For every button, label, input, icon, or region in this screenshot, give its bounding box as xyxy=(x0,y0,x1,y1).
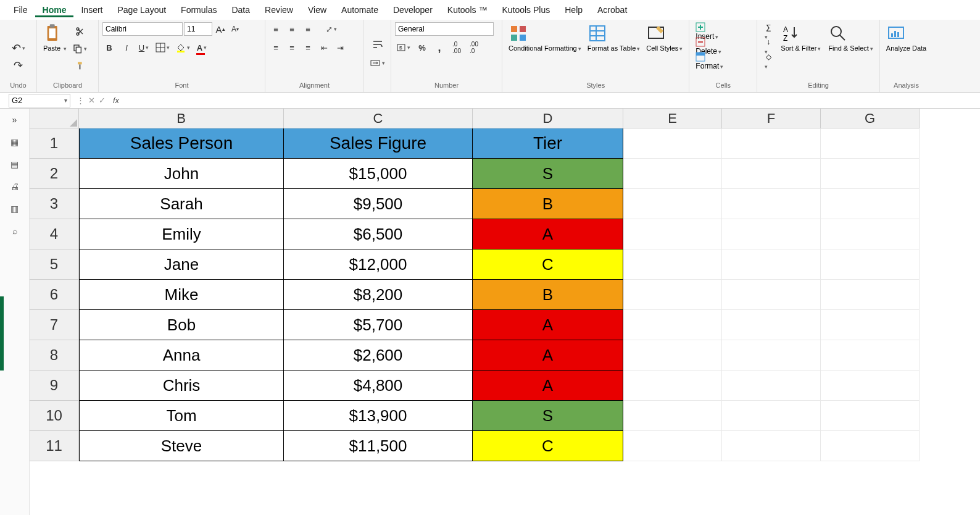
select-all-corner[interactable] xyxy=(30,109,79,128)
cell[interactable] xyxy=(722,371,821,401)
cell[interactable] xyxy=(623,310,722,340)
menu-tab-kutools-plus[interactable]: Kutools Plus xyxy=(494,2,557,17)
cell[interactable] xyxy=(722,249,821,280)
cell[interactable]: Tier xyxy=(473,128,623,159)
column-header[interactable]: E xyxy=(623,109,722,128)
increase-font-button[interactable]: A▴ xyxy=(214,22,227,36)
cell[interactable] xyxy=(821,249,920,280)
row-header[interactable]: 4 xyxy=(30,219,79,249)
cell[interactable]: Mike xyxy=(79,280,284,310)
cell[interactable] xyxy=(722,189,821,219)
format-as-table-button[interactable]: Format as Table▾ xyxy=(585,22,643,54)
delete-cells-button[interactable]: Delete▾ xyxy=(693,37,753,51)
italic-button[interactable]: I xyxy=(120,41,133,54)
analyze-data-button[interactable]: Analyze Data xyxy=(884,22,929,54)
menu-tab-automate[interactable]: Automate xyxy=(334,2,386,17)
cancel-formula-icon[interactable]: ✕ xyxy=(88,96,95,105)
font-color-button[interactable]: A▾ xyxy=(195,41,209,54)
cell[interactable]: $12,000 xyxy=(284,249,473,280)
cell[interactable] xyxy=(821,371,920,401)
cell[interactable] xyxy=(623,128,722,159)
cell[interactable]: S xyxy=(473,401,623,431)
cell[interactable]: Tom xyxy=(79,401,284,431)
menu-tab-review[interactable]: Review xyxy=(257,2,301,17)
cell[interactable] xyxy=(623,371,722,401)
cell[interactable]: $8,200 xyxy=(284,280,473,310)
side-layout-icon[interactable]: ▤ xyxy=(9,158,21,170)
cell[interactable]: B xyxy=(473,280,623,310)
merge-button[interactable]: ▾ xyxy=(368,56,386,70)
cut-button[interactable] xyxy=(73,25,87,38)
row-header[interactable]: 8 xyxy=(30,340,79,371)
undo-button[interactable]: ↶▾ xyxy=(10,41,27,55)
accounting-format-button[interactable]: $▾ xyxy=(395,41,412,54)
format-painter-button[interactable] xyxy=(73,59,87,73)
cell[interactable]: $2,600 xyxy=(284,340,473,371)
align-right-button[interactable]: ≡ xyxy=(301,41,315,54)
column-header[interactable]: F xyxy=(722,109,821,128)
cell[interactable]: Jane xyxy=(79,249,284,280)
row-header[interactable]: 3 xyxy=(30,189,79,219)
enter-formula-icon[interactable]: ✓ xyxy=(99,96,106,105)
expand-panel-icon[interactable]: » xyxy=(9,114,21,126)
align-bottom-button[interactable]: ≡ xyxy=(301,22,315,36)
column-header[interactable]: C xyxy=(284,109,473,128)
find-select-button[interactable]: Find & Select▾ xyxy=(826,22,875,54)
copy-button[interactable]: ▾ xyxy=(72,42,88,56)
cell[interactable] xyxy=(623,189,722,219)
format-cells-button[interactable]: Format▾ xyxy=(693,52,753,65)
paste-button[interactable]: Paste ▾ xyxy=(41,22,69,54)
align-left-button[interactable]: ≡ xyxy=(269,41,283,54)
cell[interactable]: C xyxy=(473,431,623,461)
menu-tab-page-layout[interactable]: Page Layout xyxy=(110,2,173,17)
cell[interactable] xyxy=(821,189,920,219)
cell[interactable] xyxy=(821,310,920,340)
menu-tab-developer[interactable]: Developer xyxy=(386,2,440,17)
align-middle-button[interactable]: ≡ xyxy=(285,22,299,36)
cell[interactable] xyxy=(821,219,920,249)
cell[interactable] xyxy=(821,159,920,189)
borders-button[interactable]: ▾ xyxy=(154,41,171,54)
bold-button[interactable]: B xyxy=(102,41,116,54)
cell[interactable]: Sarah xyxy=(79,189,284,219)
comma-button[interactable]: , xyxy=(433,41,446,54)
cell[interactable]: $15,000 xyxy=(284,159,473,189)
cell[interactable]: Emily xyxy=(79,219,284,249)
fx-icon[interactable]: fx xyxy=(109,96,123,105)
conditional-formatting-button[interactable]: Conditional Formatting▾ xyxy=(506,22,584,54)
underline-button[interactable]: U▾ xyxy=(137,41,151,54)
cell[interactable] xyxy=(623,340,722,371)
column-header[interactable]: D xyxy=(473,109,623,128)
cell[interactable]: Chris xyxy=(79,371,284,401)
column-header[interactable]: B xyxy=(79,109,284,128)
cell[interactable] xyxy=(623,401,722,431)
cell[interactable] xyxy=(722,128,821,159)
cell[interactable] xyxy=(821,340,920,371)
cell[interactable]: $5,700 xyxy=(284,310,473,340)
row-header[interactable]: 1 xyxy=(30,128,79,159)
orientation-button[interactable]: ⤢▾ xyxy=(325,22,338,36)
cell[interactable]: $4,800 xyxy=(284,371,473,401)
increase-decimal-button[interactable]: .0.00 xyxy=(450,41,463,54)
cell[interactable] xyxy=(623,431,722,461)
cell[interactable]: $6,500 xyxy=(284,219,473,249)
menu-tab-data[interactable]: Data xyxy=(224,2,257,17)
clear-button[interactable]: ◇▾ xyxy=(761,52,776,65)
cell[interactable]: Anna xyxy=(79,340,284,371)
cell[interactable] xyxy=(722,340,821,371)
cell[interactable]: $9,500 xyxy=(284,189,473,219)
font-size-select[interactable] xyxy=(184,22,212,36)
cell[interactable] xyxy=(722,159,821,189)
row-header[interactable]: 2 xyxy=(30,159,79,189)
cell[interactable]: A xyxy=(473,219,623,249)
cell[interactable] xyxy=(722,431,821,461)
cell[interactable] xyxy=(623,219,722,249)
fill-button[interactable]: ↓▾ xyxy=(761,37,776,51)
cell[interactable]: A xyxy=(473,340,623,371)
menu-tab-view[interactable]: View xyxy=(301,2,334,17)
cell[interactable] xyxy=(722,401,821,431)
cell[interactable]: Bob xyxy=(79,310,284,340)
percent-button[interactable]: % xyxy=(415,41,429,54)
cell[interactable]: B xyxy=(473,189,623,219)
cell[interactable] xyxy=(623,249,722,280)
